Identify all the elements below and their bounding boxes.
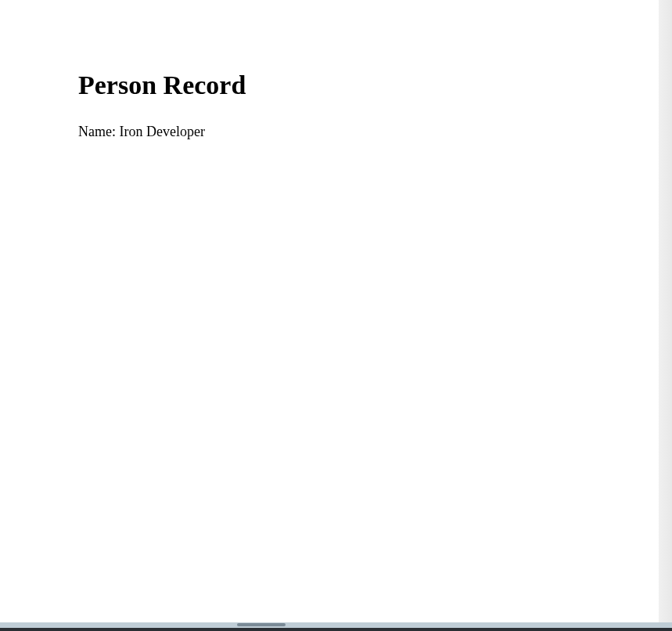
bottom-dark-strip xyxy=(0,628,672,631)
document-page: Person Record Name: Iron Developer xyxy=(0,0,659,631)
horizontal-scroll-thumb[interactable] xyxy=(237,623,286,626)
page-title: Person Record xyxy=(78,70,580,100)
name-field: Name: Iron Developer xyxy=(78,122,580,142)
page-right-edge xyxy=(659,0,672,631)
